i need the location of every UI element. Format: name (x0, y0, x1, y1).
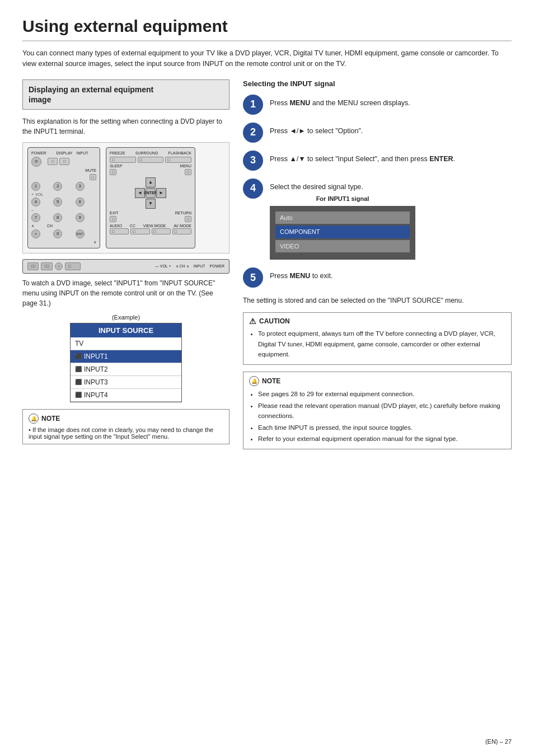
step-text-3: Press ▲/▼ to select "Input Select", and … (270, 151, 455, 165)
signal-option-video: VIDEO (275, 240, 410, 253)
step-number-3: 3 (243, 151, 263, 171)
input-source-menu: INPUT SOURCE TV ⬛ INPUT1 ⬛ INPUT2 ⬛ INPU… (70, 323, 182, 402)
list-item: ⬛ INPUT3 (71, 376, 181, 389)
note-text-left: • If the image does not come in clearly,… (29, 426, 223, 440)
plug-icon: ⬛ (75, 392, 82, 398)
plug-icon: ⬛ (75, 379, 82, 385)
note-icon-left: 🔔 (29, 414, 39, 424)
signal-option-auto: Auto (275, 212, 410, 224)
signal-dropdown-title: For INPUT1 signal (270, 194, 415, 204)
step-text-1: Press MENU and the MENU screen displays. (270, 95, 410, 109)
signal-dropdown-box: Auto COMPONENT VIDEO (270, 206, 415, 260)
step-number-1: 1 (243, 95, 263, 115)
step-text-5: Press MENU to exit. (270, 267, 333, 281)
step-4: 4 Select the desired signal type. For IN… (243, 179, 512, 260)
caution-text: To protect equipment, always turn off th… (258, 328, 505, 359)
tv-bottom-panel: □□ □□ ○ □ — VOL + ∨ CH ∧ INPUT POWER (22, 259, 229, 274)
intro-text: You can connect many types of external e… (22, 48, 512, 69)
page-title: Using external equipment (22, 17, 512, 41)
note-box-right: 🔔 NOTE See pages 28 to 29 for external e… (243, 372, 512, 449)
note-box-left: 🔔 NOTE • If the image does not come in c… (22, 409, 229, 444)
caution-icon: ⚠ (249, 317, 256, 326)
remote-left: POWER DISPLAY INPUT ⟳ □ □ MUTE □ 123 + (27, 147, 100, 248)
note-header-left: 🔔 NOTE (29, 414, 223, 424)
page-number: (EN) – 27 (485, 738, 512, 745)
note-item-2: Please read the relevant operation manua… (258, 401, 505, 421)
signal-option-component: COMPONENT (275, 226, 410, 238)
note-item-3: Each time INPUT is pressed, the input so… (258, 422, 505, 433)
right-column: Selecting the INPUT signal 1 Press MENU … (243, 79, 512, 450)
list-item: ⬛ INPUT4 (71, 389, 181, 402)
sub-text: This explanation is for the setting when… (22, 116, 229, 137)
note-item-1: See pages 28 to 29 for external equipmen… (258, 389, 505, 399)
example-label: (Example) (22, 314, 229, 321)
plug-icon: ⬛ (75, 353, 82, 359)
step-text-4: Select the desired signal type. For INPU… (270, 179, 415, 260)
section-box: Displaying an external equipment image (22, 79, 229, 110)
note-icon-right: 🔔 (249, 376, 259, 386)
step-number-5: 5 (243, 267, 263, 288)
step-text-2: Press ◄/► to select "Option". (270, 123, 363, 137)
step-2: 2 Press ◄/► to select "Option". (243, 123, 512, 143)
step-5: 5 Press MENU to exit. (243, 267, 512, 288)
section-heading: Displaying an external equipment image (29, 84, 223, 105)
remote-right: FREEZESURROUNDFLASHBACK □ □ □ SLEEPMENU … (106, 147, 195, 248)
list-item: ⬛ INPUT1 (71, 350, 181, 363)
signal-dropdown: For INPUT1 signal Auto COMPONENT VIDEO (270, 194, 415, 260)
step-number-4: 4 (243, 179, 263, 199)
list-item: TV (71, 337, 181, 350)
step-3: 3 Press ▲/▼ to select "Input Select", an… (243, 151, 512, 171)
watch-text: To watch a DVD image, select "INPUT1" fr… (22, 278, 229, 308)
select-signal-title: Selecting the INPUT signal (243, 79, 512, 88)
plug-icon: ⬛ (75, 366, 82, 372)
caution-header: ⚠ CAUTION (249, 317, 505, 326)
input-source-header: INPUT SOURCE (71, 323, 181, 337)
note-header-right: 🔔 NOTE (249, 376, 505, 386)
left-column: Displaying an external equipment image T… (22, 79, 229, 450)
caution-box: ⚠ CAUTION To protect equipment, always t… (243, 312, 512, 365)
step-1: 1 Press MENU and the MENU screen display… (243, 95, 512, 115)
remote-illustration: POWER DISPLAY INPUT ⟳ □ □ MUTE □ 123 + (22, 142, 229, 253)
after-step5-text: The setting is stored and can be selecte… (243, 295, 512, 306)
step-number-2: 2 (243, 123, 263, 143)
list-item: ⬛ INPUT2 (71, 363, 181, 376)
note-item-4: Refer to your external equipment operati… (258, 434, 505, 444)
